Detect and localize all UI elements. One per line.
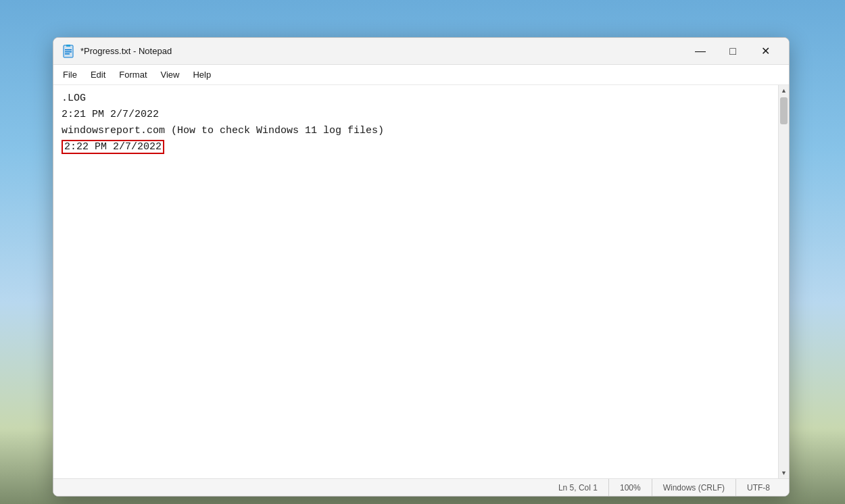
status-zoom: 100% xyxy=(609,479,652,496)
menu-format[interactable]: Format xyxy=(112,67,153,82)
content-area: .LOG 2:21 PM 2/7/2022 windowsreport.com … xyxy=(53,85,789,478)
window-title: *Progress.txt - Notepad xyxy=(80,46,685,56)
scrollbar-track[interactable] xyxy=(779,96,789,468)
text-editor[interactable]: .LOG 2:21 PM 2/7/2022 windowsreport.com … xyxy=(53,85,778,478)
status-bar: Ln 5, Col 1 100% Windows (CRLF) UTF-8 xyxy=(53,478,789,496)
scrollbar-thumb[interactable] xyxy=(780,97,788,124)
svg-rect-2 xyxy=(65,49,72,51)
line-1: .LOG xyxy=(62,93,86,104)
line-2: 2:21 PM 2/7/2022 xyxy=(62,109,159,120)
menu-bar: File Edit Format View Help xyxy=(53,65,789,85)
status-position: Ln 5, Col 1 xyxy=(548,479,609,496)
scroll-down-arrow[interactable]: ▼ xyxy=(779,468,790,478)
line-3: windowsreport.com (How to check Windows … xyxy=(62,125,384,136)
svg-rect-3 xyxy=(65,51,72,53)
svg-rect-5 xyxy=(66,45,70,47)
title-bar: *Progress.txt - Notepad — □ ✕ xyxy=(53,38,789,65)
svg-rect-4 xyxy=(65,53,70,55)
status-encoding: UTF-8 xyxy=(736,479,781,496)
menu-help[interactable]: Help xyxy=(186,67,218,82)
status-line-endings: Windows (CRLF) xyxy=(652,479,736,496)
highlighted-timestamp: 2:22 PM 2/7/2022 xyxy=(62,140,164,154)
menu-view[interactable]: View xyxy=(154,67,187,82)
maximize-button[interactable]: □ xyxy=(717,41,748,62)
scroll-up-arrow[interactable]: ▲ xyxy=(779,85,790,96)
menu-file[interactable]: File xyxy=(56,67,84,82)
notepad-window: *Progress.txt - Notepad — □ ✕ File Edit … xyxy=(53,37,790,497)
menu-edit[interactable]: Edit xyxy=(84,67,112,82)
vertical-scrollbar: ▲ ▼ xyxy=(778,85,789,478)
window-controls: — □ ✕ xyxy=(685,41,781,62)
notepad-icon xyxy=(62,45,75,58)
minimize-button[interactable]: — xyxy=(685,41,716,62)
line-4: 2:22 PM 2/7/2022 xyxy=(62,140,164,154)
close-button[interactable]: ✕ xyxy=(750,41,781,62)
